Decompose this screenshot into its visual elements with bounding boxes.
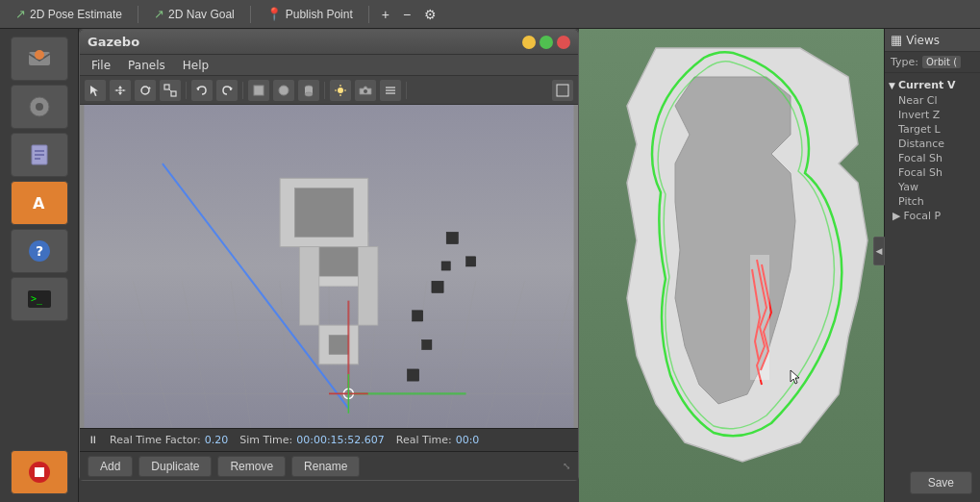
svg-rect-33 xyxy=(557,85,568,96)
view-item-pitch[interactable]: Pitch xyxy=(885,194,980,209)
gz-undo[interactable] xyxy=(190,79,214,102)
svg-rect-69 xyxy=(407,369,418,381)
remove-button[interactable]: Remove xyxy=(217,456,286,477)
nav-goal-label: 2D Nav Goal xyxy=(168,8,235,21)
svg-rect-17 xyxy=(171,91,176,96)
menu-file[interactable]: File xyxy=(84,57,118,74)
svg-rect-67 xyxy=(422,339,432,349)
menu-panels[interactable]: Panels xyxy=(120,57,173,74)
svg-rect-63 xyxy=(446,232,458,243)
left-icon-mail[interactable] xyxy=(11,37,68,81)
svg-text:A: A xyxy=(33,194,45,213)
left-icon-stop[interactable] xyxy=(11,450,68,494)
current-view-section: ▼ Current V Near Cl Invert Z Target L Di… xyxy=(885,73,980,227)
toolbar-separator-3 xyxy=(368,6,369,23)
pause-control[interactable]: ⏸ xyxy=(88,434,98,446)
svg-rect-16 xyxy=(164,85,169,89)
left-icon-disk[interactable] xyxy=(11,85,68,129)
gz-rotate-tool[interactable] xyxy=(134,79,157,102)
gz-fullscreen[interactable] xyxy=(551,79,574,102)
rename-button[interactable]: Rename xyxy=(291,456,360,477)
svg-rect-66 xyxy=(413,311,423,321)
window-maximize[interactable] xyxy=(540,36,553,49)
gz-toolbar-sep-3 xyxy=(324,82,325,99)
settings-button[interactable]: ⚙ xyxy=(419,4,441,25)
menu-help[interactable]: Help xyxy=(175,57,216,74)
plus-button[interactable]: + xyxy=(377,4,394,25)
nav-goal-button[interactable]: ↗ 2D Nav Goal xyxy=(146,5,242,23)
duplicate-button[interactable]: Duplicate xyxy=(138,456,212,477)
svg-point-23 xyxy=(305,92,313,96)
estimate-button[interactable]: ↗ 2D Pose Estimate xyxy=(8,5,130,23)
sim-time: Sim Time: 00:00:15:52.607 xyxy=(239,434,385,446)
gz-redo[interactable] xyxy=(215,79,239,102)
gz-toolbar-sep-4 xyxy=(406,82,407,99)
gz-sphere-shape[interactable] xyxy=(272,79,295,102)
left-icon-help[interactable]: ? xyxy=(11,229,68,273)
gz-camera-tool[interactable] xyxy=(354,79,377,102)
window-close[interactable] xyxy=(557,36,570,49)
view-item-distance[interactable]: Distance xyxy=(885,137,980,151)
svg-point-3 xyxy=(36,103,43,111)
svg-point-15 xyxy=(141,87,149,94)
publish-point-label: Publish Point xyxy=(286,8,353,21)
views-title: Views xyxy=(906,34,940,47)
gz-toolbar-sep-1 xyxy=(186,82,187,99)
gz-move-tool[interactable] xyxy=(109,79,132,102)
view-item-target[interactable]: Target L xyxy=(885,122,980,137)
gazebo-title: Gazebo xyxy=(88,35,139,49)
gz-select-tool[interactable] xyxy=(84,79,107,102)
svg-rect-76 xyxy=(750,255,769,380)
publish-point-button[interactable]: 📍 Publish Point xyxy=(259,5,361,23)
gz-toolbar-sep-2 xyxy=(242,82,243,99)
view-item-focal-p[interactable]: ▶ Focal P xyxy=(885,209,980,223)
right-views-panel: ▦ Views Type: Orbit ( ▼ Current V Near C… xyxy=(884,29,980,502)
svg-line-18 xyxy=(169,89,171,91)
svg-text:?: ? xyxy=(36,243,43,259)
realtime-factor-value: 0.20 xyxy=(205,434,229,446)
gz-box-shape[interactable] xyxy=(247,79,270,102)
view-item-focal-sh-1[interactable]: Focal Sh xyxy=(885,151,980,165)
add-button[interactable]: Add xyxy=(88,456,133,477)
view-item-near-clip[interactable]: Near Cl xyxy=(885,93,980,108)
svg-rect-68 xyxy=(441,262,450,270)
svg-point-1 xyxy=(35,50,44,60)
view-item-yaw[interactable]: Yaw xyxy=(885,180,980,194)
left-icon-terminal[interactable]: >_ xyxy=(11,277,68,321)
gz-cylinder-shape[interactable] xyxy=(297,79,320,102)
svg-point-29 xyxy=(364,89,367,93)
sim-time-value: 00:00:15:52.607 xyxy=(296,434,385,446)
toolbar-separator-1 xyxy=(138,6,138,23)
collapse-panel-handle[interactable]: ◀ xyxy=(873,237,885,265)
left-icon-text[interactable]: A xyxy=(11,181,68,225)
rviz-main-viewport[interactable] xyxy=(579,29,884,502)
left-icon-panel: A ? >_ xyxy=(0,29,79,502)
view-item-focal-sh-2[interactable]: Focal Sh xyxy=(885,165,980,180)
realtime-factor-label: Real Time Factor: xyxy=(110,434,201,446)
gazebo-viewport[interactable] xyxy=(80,105,578,428)
current-view-label: Current V xyxy=(898,79,956,91)
left-icon-document[interactable] xyxy=(11,133,68,177)
svg-text:>_: >_ xyxy=(31,293,43,305)
current-view-header[interactable]: ▼ Current V xyxy=(885,77,980,93)
real-time-value: 00:0 xyxy=(456,434,480,446)
focal-p-arrow: ▶ xyxy=(892,210,900,222)
svg-rect-59 xyxy=(329,335,348,354)
gz-light-tool[interactable] xyxy=(329,79,352,102)
views-type-label: Type: xyxy=(891,56,918,68)
gz-more-tool[interactable] xyxy=(379,79,402,102)
gz-scale-tool[interactable] xyxy=(159,79,182,102)
views-type-row: Type: Orbit ( xyxy=(885,52,980,73)
svg-point-24 xyxy=(338,88,343,93)
gazebo-menubar: File Panels Help xyxy=(80,55,578,76)
view-item-invert-z[interactable]: Invert Z xyxy=(885,108,980,122)
minus-button[interactable]: − xyxy=(398,4,415,25)
svg-rect-64 xyxy=(466,257,476,266)
sim-time-label: Sim Time: xyxy=(239,434,292,446)
resize-handle[interactable]: ⤡ xyxy=(563,461,570,471)
window-minimize[interactable] xyxy=(522,36,536,49)
toolbar-separator-2 xyxy=(250,6,251,23)
save-button[interactable]: Save xyxy=(910,471,972,494)
svg-rect-57 xyxy=(359,247,378,325)
views-type-value: Orbit ( xyxy=(922,56,961,68)
